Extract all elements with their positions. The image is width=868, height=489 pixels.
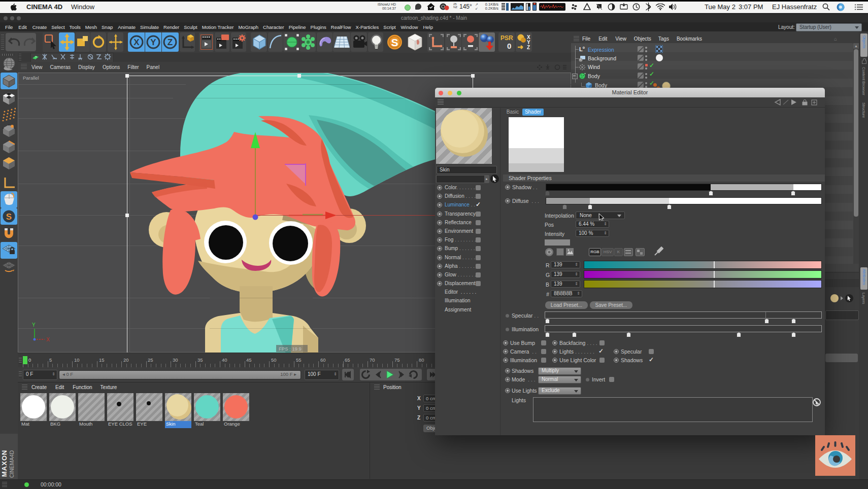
svg-text:Z: Z: [527, 45, 530, 50]
svg-text:Parallel: Parallel: [23, 75, 39, 81]
svg-text:Z: Z: [168, 38, 173, 47]
svg-text:Y: Y: [150, 38, 156, 47]
svg-text:S: S: [6, 212, 12, 222]
svg-text:X: X: [133, 38, 140, 47]
svg-text:Y: Y: [32, 322, 36, 328]
svg-text:S: S: [391, 37, 398, 48]
svg-text:X: X: [46, 337, 50, 342]
svg-text:FPS : 19.9: FPS : 19.9: [279, 346, 302, 352]
